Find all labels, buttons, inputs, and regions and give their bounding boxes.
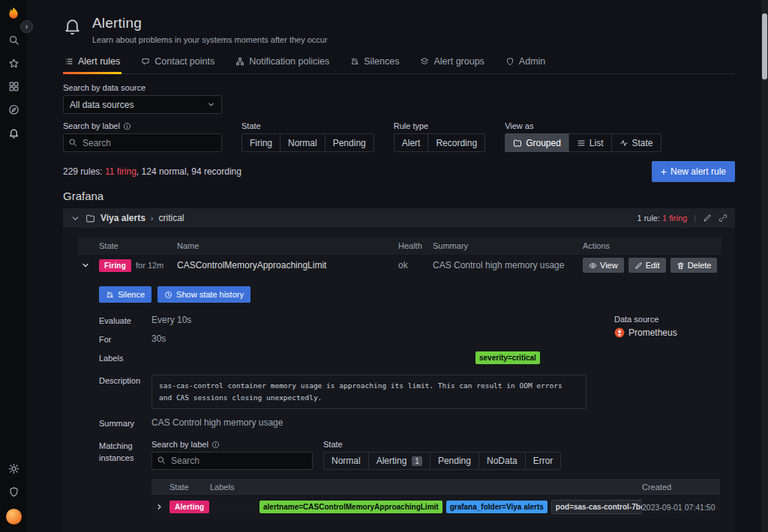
sidebar-item-dashboards[interactable]: [2, 75, 25, 98]
rules-table: State Name Health Summary Actions Firing: [78, 237, 722, 276]
folder-icon: [86, 214, 95, 223]
instance-state-normal[interactable]: Normal: [323, 452, 369, 470]
alerting-count-badge: 1: [412, 456, 422, 466]
instance-row: Alerting alertname=CASControlMemoryAppro…: [152, 495, 720, 518]
state-filter-group: Firing Normal Pending: [242, 133, 374, 152]
gear-icon: [8, 463, 20, 474]
state-option-normal[interactable]: Normal: [280, 133, 326, 152]
sidebar-item-alerting[interactable]: [2, 121, 25, 145]
summary-value: CAS Control high memory usage: [152, 417, 283, 430]
tab-notification-policies[interactable]: Notification policies: [234, 53, 331, 73]
rules-table-header: State Name Health Summary Actions: [78, 237, 722, 255]
datasource-select[interactable]: All data sources: [63, 95, 222, 114]
instance-state-nodata[interactable]: NoData: [478, 452, 526, 470]
list-icon: [577, 139, 586, 148]
tab-alert-rules[interactable]: Alert rules: [63, 53, 122, 73]
bell-icon: [8, 127, 20, 139]
group-name: critical: [159, 213, 184, 223]
evaluate-label: Evaluate: [99, 315, 152, 327]
instance-state-alerting[interactable]: Alerting 1: [368, 452, 430, 470]
instance-state-pending[interactable]: Pending: [430, 452, 479, 470]
for-label: For: [99, 333, 152, 346]
grafana-logo[interactable]: [5, 6, 22, 22]
sidebar-item-explore[interactable]: [2, 98, 25, 121]
tab-admin[interactable]: Admin: [504, 53, 547, 73]
shield-icon: [506, 57, 514, 66]
bell-slash-icon: [350, 57, 359, 66]
datasource-name[interactable]: Prometheus: [628, 327, 677, 338]
sidebar-item-search[interactable]: [2, 28, 25, 52]
view-button[interactable]: View: [583, 258, 624, 273]
list-icon: [64, 57, 74, 66]
row-collapse-icon[interactable]: [81, 261, 90, 270]
tab-silences[interactable]: Silences: [349, 53, 400, 73]
link-icon[interactable]: [718, 214, 728, 223]
tab-alert-groups[interactable]: Alert groups: [418, 53, 485, 73]
instance-created: 2023-09-01 07:41:50: [642, 503, 720, 512]
view-as-list[interactable]: List: [568, 133, 612, 152]
scrollbar-thumb[interactable]: [762, 13, 767, 79]
filters-section: Search by data source All data sources S…: [63, 83, 735, 152]
instance-state-error[interactable]: Error: [525, 452, 562, 470]
rule-detail-panel: State Name Health Summary Actions Firing: [63, 228, 735, 532]
folder-icon: [513, 139, 522, 148]
rule-group-header[interactable]: Viya alerts › critical 1 rule: 1 firing …: [63, 208, 735, 228]
label-search-box: [63, 133, 222, 152]
datasource-filter-label: Search by data source: [63, 83, 735, 92]
chevron-down-icon: [207, 100, 215, 109]
silence-button[interactable]: Silence: [99, 286, 152, 303]
sidebar-item-configuration[interactable]: [2, 457, 25, 480]
datasource-label: Data source: [614, 315, 677, 324]
view-as-group: Grouped List State: [505, 133, 661, 152]
state-option-firing[interactable]: Firing: [242, 133, 280, 152]
search-icon: [157, 456, 166, 465]
star-icon: [8, 58, 20, 69]
firing-count: 11 firing: [105, 166, 136, 177]
avatar[interactable]: [6, 509, 22, 525]
row-expand-icon[interactable]: [155, 503, 164, 511]
sidebar-item-starred[interactable]: [2, 52, 25, 75]
edit-group-icon[interactable]: [703, 214, 712, 223]
breadcrumb-chevron: ›: [151, 214, 154, 223]
description-value: sas-cas-control container memory usage i…: [152, 375, 586, 409]
info-icon[interactable]: [123, 122, 131, 130]
view-as-grouped[interactable]: Grouped: [505, 133, 569, 152]
label-search-input[interactable]: [63, 133, 222, 152]
info-icon[interactable]: [212, 441, 220, 449]
group-folder-name: Viya alerts: [100, 213, 146, 223]
instance-search-input[interactable]: [152, 452, 313, 470]
severity-label-badge: severity=critical: [476, 351, 540, 364]
view-as-state[interactable]: State: [611, 133, 662, 152]
rule-group: Viya alerts › critical 1 rule: 1 firing …: [63, 208, 735, 532]
state-option-pending[interactable]: Pending: [325, 133, 374, 152]
delete-button[interactable]: Delete: [670, 258, 718, 273]
labels-label: Labels: [99, 352, 152, 365]
scrollbar[interactable]: [761, 0, 768, 532]
page-header: Alerting Learn about problems in your sy…: [63, 15, 735, 44]
rules-summary: 229 rules: 11 firing, 124 normal, 94 rec…: [63, 166, 242, 177]
instances-table-header: State Labels Created: [152, 479, 720, 495]
instance-state-label: State: [323, 440, 561, 449]
compass-icon: [8, 104, 20, 115]
bell-slash-icon: [106, 291, 114, 299]
new-alert-rule-button[interactable]: + New alert rule: [652, 161, 735, 182]
rule-type-option-recording[interactable]: Recording: [428, 133, 485, 152]
page-subtitle: Learn about problems in your systems mom…: [92, 35, 328, 44]
collapse-chevron-icon[interactable]: [70, 214, 80, 223]
rule-details: Data source Prometheus Evaluate Every 10…: [99, 315, 722, 518]
label-badge-alertname: alertname=CASControlMemoryApproachingLim…: [260, 501, 442, 513]
instance-search-box: [152, 452, 313, 470]
eye-icon: [589, 262, 597, 270]
sidebar-item-admin[interactable]: [2, 480, 25, 504]
edit-button[interactable]: Edit: [628, 258, 666, 273]
matching-instances-label: Matching instances: [99, 440, 152, 518]
instances-table: State Labels Created: [152, 479, 720, 518]
rule-type-option-alert[interactable]: Alert: [394, 133, 429, 152]
trash-icon: [676, 262, 685, 270]
tab-contact-points[interactable]: Contact points: [140, 53, 216, 73]
firing-duration: for 12m: [136, 261, 164, 270]
sidebar-expand-button[interactable]: ›: [20, 20, 33, 33]
instance-labels: alertname=CASControlMemoryApproachingLim…: [260, 500, 642, 514]
shield-icon: [8, 486, 20, 498]
show-state-history-button[interactable]: Show state history: [158, 286, 250, 303]
